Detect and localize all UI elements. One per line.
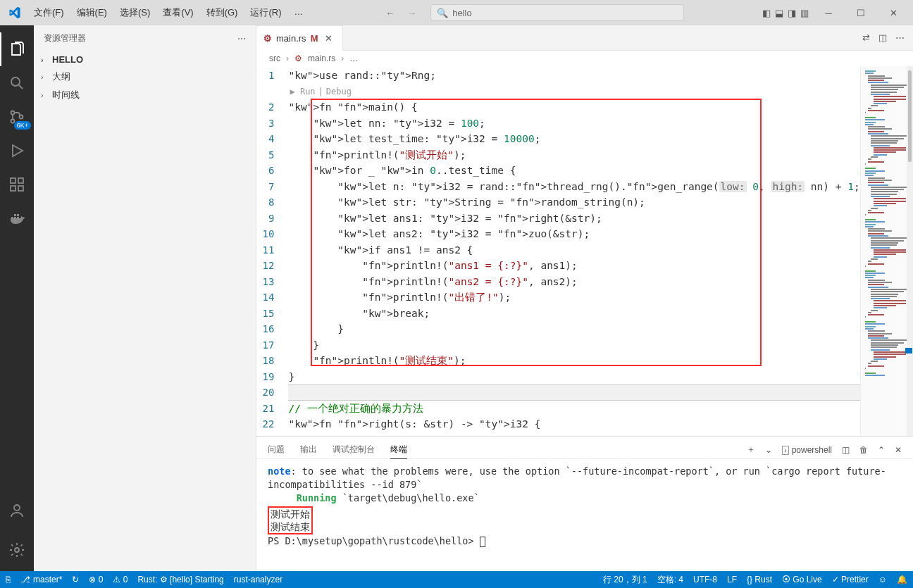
status-golive[interactable]: ⦿ Go Live xyxy=(782,574,822,586)
code-line[interactable] xyxy=(288,384,859,401)
activity-extensions[interactable] xyxy=(0,168,34,201)
status-errors[interactable]: ⊗ 0 xyxy=(89,575,103,584)
status-remote[interactable]: ⎘ xyxy=(6,575,11,584)
code-line[interactable]: "kw">fn "fn">right(s: &str) -> "ty">i32 … xyxy=(288,416,859,432)
activity-docker[interactable] xyxy=(0,201,34,235)
minimize-button[interactable]: ─ xyxy=(814,2,843,23)
vertical-scrollbar[interactable] xyxy=(907,66,913,436)
svg-rect-6 xyxy=(18,186,23,191)
code-line[interactable]: "kw">let test_time: "ty">i32 = 10000; xyxy=(288,131,859,147)
activity-accounts[interactable] xyxy=(0,494,34,527)
tab-close-icon[interactable]: ✕ xyxy=(322,33,335,44)
nav-forward-icon[interactable]: → xyxy=(407,8,416,18)
activity-settings[interactable] xyxy=(0,533,34,567)
menu-goto[interactable]: 转到(G) xyxy=(201,4,244,22)
code-line[interactable]: "fn">println!("出错了!"); xyxy=(288,289,859,306)
terminal-dropdown-icon[interactable]: ⌄ xyxy=(765,445,772,455)
code-line[interactable]: "kw">let str: "ty">String = "fn">random_… xyxy=(288,194,859,211)
panel-tab-output[interactable]: 输出 xyxy=(300,441,317,458)
terminal-cursor xyxy=(480,537,485,547)
explorer-more-icon[interactable]: ⋯ xyxy=(237,34,246,44)
status-branch[interactable]: ⎇ master* xyxy=(20,575,62,584)
codelens-run-debug[interactable]: ▶ Run|Debug xyxy=(288,84,859,100)
menu-more[interactable]: … xyxy=(288,4,309,22)
code-line[interactable]: "kw">let ans2: "ty">i32 = "fn">zuo(&str)… xyxy=(288,226,859,242)
tabs-more-icon[interactable]: ⋯ xyxy=(895,32,905,43)
code-line[interactable]: "fn">println!("ans1 = {:?}", ans1); xyxy=(288,258,859,274)
folder-hello[interactable]: › HELLO xyxy=(34,51,256,68)
panel-close-icon[interactable]: ✕ xyxy=(895,445,902,455)
status-warnings[interactable]: ⚠ 0 xyxy=(113,575,128,584)
panel-tab-terminal[interactable]: 终端 xyxy=(390,441,407,459)
layout-sidebar-left-icon[interactable]: ◧ xyxy=(761,5,772,21)
terminal-content[interactable]: note: to see what the problems were, use… xyxy=(256,459,913,571)
panel-tab-problems[interactable]: 问题 xyxy=(268,441,285,458)
split-icon[interactable]: ◫ xyxy=(878,32,887,43)
activity-search[interactable] xyxy=(0,66,34,100)
status-feedback[interactable]: ☺ xyxy=(878,574,887,586)
crumb-src[interactable]: src xyxy=(269,54,280,63)
compare-icon[interactable]: ⇄ xyxy=(862,32,870,43)
crumb-file[interactable]: main.rs xyxy=(308,54,335,63)
code-line[interactable]: } xyxy=(288,369,859,385)
menu-file[interactable]: 文件(F) xyxy=(28,4,70,22)
svg-point-8 xyxy=(14,505,20,511)
breadcrumb[interactable]: src › ⚙ main.rs › … xyxy=(256,51,913,66)
status-spaces[interactable]: 空格: 4 xyxy=(657,574,683,586)
panel-maximize-icon[interactable]: ⌃ xyxy=(878,445,885,455)
tab-filename: main.rs xyxy=(276,33,306,44)
tab-main-rs[interactable]: ⚙ main.rs M ✕ xyxy=(256,25,343,51)
layout-panel-icon[interactable]: ⬓ xyxy=(774,5,785,21)
code-content[interactable]: "kw">use rand::"ty">Rng;▶ Run|Debug"kw">… xyxy=(288,66,859,436)
explorer-sidebar: 资源管理器 ⋯ › HELLO › 大纲 › 时间线 xyxy=(34,25,256,571)
status-rust[interactable]: Rust: ⚙ [hello] Starting xyxy=(137,575,223,584)
code-line[interactable]: "kw">break; xyxy=(288,306,859,322)
terminal-new-icon[interactable]: ＋ xyxy=(747,444,755,456)
status-encoding[interactable]: UTF-8 xyxy=(693,574,717,586)
menu-select[interactable]: 选择(S) xyxy=(114,4,156,22)
timeline-section[interactable]: › 时间线 xyxy=(34,86,256,104)
status-sync[interactable]: ↻ xyxy=(72,575,79,584)
terminal-kill-icon[interactable]: 🗑 xyxy=(859,445,868,455)
scrollbar-thumb[interactable] xyxy=(908,70,912,162)
code-editor[interactable]: 12345678910111213141516171819202122 "kw"… xyxy=(256,66,913,436)
code-line[interactable]: "kw">let ans1: "ty">i32 = "fn">right(&st… xyxy=(288,211,859,227)
activity-explorer[interactable] xyxy=(0,32,34,66)
code-line[interactable]: "fn">println!("测试结束"); xyxy=(288,353,859,369)
status-analyzer[interactable]: rust-analyzer xyxy=(234,575,282,584)
menu-edit[interactable]: 编辑(E) xyxy=(71,4,113,22)
terminal-split-icon[interactable]: ◫ xyxy=(842,445,850,455)
output-highlight: 测试开始测试结束 xyxy=(268,506,313,534)
code-line[interactable]: "kw">if ans1 != ans2 { xyxy=(288,242,859,258)
code-line[interactable]: "fn">println!("ans2 = {:?}", ans2); xyxy=(288,274,859,290)
status-eol[interactable]: LF xyxy=(727,574,737,586)
code-line[interactable]: } xyxy=(288,321,859,337)
terminal-shell[interactable]: ›powershell xyxy=(782,445,832,455)
status-language[interactable]: {} Rust xyxy=(747,574,772,586)
code-line[interactable]: } xyxy=(288,337,859,354)
code-line[interactable]: "kw">fn "fn">main() { xyxy=(288,99,859,115)
crumb-more[interactable]: … xyxy=(349,54,358,63)
outline-section[interactable]: › 大纲 xyxy=(34,68,256,86)
panel-tab-debug-console[interactable]: 调试控制台 xyxy=(333,441,375,458)
activity-run-debug[interactable] xyxy=(0,134,34,168)
status-prettier[interactable]: ✓ Prettier xyxy=(832,574,869,586)
code-line[interactable]: "kw">let n: "ty">i32 = rand::"fn">thread… xyxy=(288,179,859,195)
menu-run[interactable]: 运行(R) xyxy=(244,4,287,22)
minimap[interactable] xyxy=(860,66,907,436)
status-position[interactable]: 行 20，列 1 xyxy=(603,574,647,586)
activity-source-control[interactable]: 6K+ xyxy=(0,100,34,134)
layout-custom-icon[interactable]: ▥ xyxy=(799,5,810,21)
nav-back-icon[interactable]: ← xyxy=(385,8,395,18)
code-line[interactable]: // 一个绝对正确的暴力方法 xyxy=(288,401,859,417)
maximize-button[interactable]: ☐ xyxy=(847,2,875,23)
menu-view[interactable]: 查看(V) xyxy=(157,4,199,22)
close-button[interactable]: ✕ xyxy=(879,2,907,23)
code-line[interactable]: "kw">for _ "kw">in 0..test_time { xyxy=(288,163,859,179)
code-line[interactable]: "kw">let nn: "ty">i32 = 100; xyxy=(288,115,859,132)
status-bell[interactable]: 🔔 xyxy=(897,574,907,586)
layout-sidebar-right-icon[interactable]: ◨ xyxy=(786,5,797,21)
code-line[interactable]: "fn">println!("测试开始"); xyxy=(288,147,859,163)
code-line[interactable]: "kw">use rand::"ty">Rng; xyxy=(288,68,859,84)
command-center[interactable]: 🔍 hello xyxy=(430,4,684,21)
